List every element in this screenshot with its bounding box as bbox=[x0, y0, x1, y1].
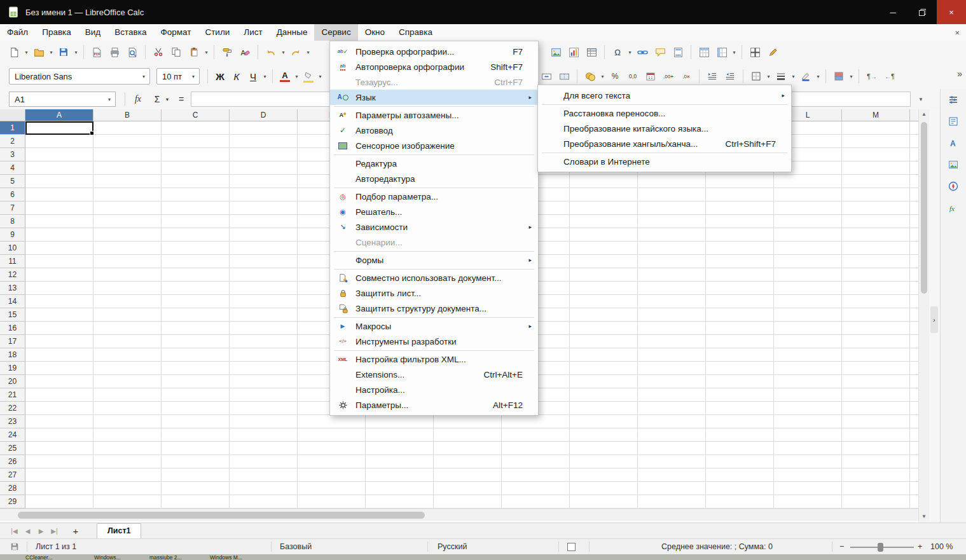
border-color-button[interactable] bbox=[797, 67, 814, 85]
row-header-26[interactable]: 26 bbox=[0, 455, 25, 468]
export-pdf-button[interactable]: PDF bbox=[88, 43, 105, 61]
copy-button[interactable] bbox=[168, 43, 184, 61]
fill-handle[interactable] bbox=[90, 131, 94, 135]
column-header-M[interactable]: M bbox=[842, 109, 910, 121]
freeze-cells-button[interactable] bbox=[714, 43, 730, 61]
menu-item-forms[interactable]: Формы▸ bbox=[330, 252, 538, 268]
close-document-button[interactable]: × bbox=[955, 28, 960, 38]
row-header-5[interactable]: 5 bbox=[0, 175, 25, 188]
chevron-down-icon[interactable]: ▾ bbox=[188, 74, 199, 79]
font-size-combobox[interactable]: 10 пт ▾ bbox=[156, 68, 200, 85]
row-header-28[interactable]: 28 bbox=[0, 482, 25, 495]
border-color-dropdown[interactable]: ▾ bbox=[815, 67, 822, 85]
previous-sheet-button[interactable]: ◀ bbox=[21, 528, 34, 535]
borders-button[interactable] bbox=[748, 67, 764, 85]
zoom-in-button[interactable]: + bbox=[918, 539, 922, 554]
menu-item-goal-seek[interactable]: ◎Подбор параметра... bbox=[330, 189, 538, 204]
maximize-restore-button[interactable] bbox=[907, 0, 937, 24]
menu-item-scenarios[interactable]: Сценарии... bbox=[330, 235, 538, 250]
navigator-button[interactable] bbox=[944, 178, 963, 197]
freeze-rows-columns-button[interactable] bbox=[696, 43, 712, 61]
last-sheet-button[interactable]: ▶| bbox=[48, 528, 61, 535]
row-header-25[interactable]: 25 bbox=[0, 442, 25, 455]
menu-item-extensions[interactable]: Extensions...Ctrl+Alt+E bbox=[330, 367, 538, 382]
show-draw-functions-button[interactable] bbox=[764, 43, 781, 61]
menu-item-thesaurus[interactable]: Тезаурус...Ctrl+F7 bbox=[330, 74, 538, 90]
column-header-C[interactable]: C bbox=[162, 109, 230, 121]
menubar-item-help[interactable]: Справка bbox=[392, 24, 439, 41]
row-header-12[interactable]: 12 bbox=[0, 268, 25, 282]
menubar-item-tools[interactable]: Сервис bbox=[314, 24, 357, 41]
row-header-20[interactable]: 20 bbox=[0, 375, 25, 388]
row-header-10[interactable]: 10 bbox=[0, 242, 25, 255]
menu-item-for-all-text[interactable]: Для всего текста▸ bbox=[538, 88, 791, 103]
row-header-22[interactable]: 22 bbox=[0, 402, 25, 415]
redo-button[interactable] bbox=[287, 43, 304, 61]
menu-item-protect-document-structure[interactable]: Защитить структуру документа... bbox=[330, 301, 538, 316]
open-file-button[interactable] bbox=[31, 43, 47, 61]
chevron-down-icon[interactable]: ▾ bbox=[104, 97, 115, 102]
sidebar-hide-handle[interactable]: › bbox=[930, 306, 938, 333]
vertical-scrollbar[interactable]: ▲ ▼ bbox=[918, 109, 929, 521]
row-header-14[interactable]: 14 bbox=[0, 295, 25, 308]
properties-button[interactable] bbox=[944, 113, 963, 132]
menubar-item-edit[interactable]: Правка bbox=[35, 24, 78, 41]
split-window-button[interactable] bbox=[747, 43, 763, 61]
font-name-combobox[interactable]: Liberation Sans ▾ bbox=[9, 68, 150, 85]
formula-button[interactable]: = bbox=[173, 92, 190, 107]
format-ltr-button[interactable]: ¶→ bbox=[864, 67, 880, 85]
row-header-23[interactable]: 23 bbox=[0, 415, 25, 428]
column-header-D[interactable]: D bbox=[230, 109, 298, 121]
document-modified-icon[interactable] bbox=[10, 539, 19, 554]
menu-item-share-document[interactable]: Совместно использовать документ... bbox=[330, 270, 538, 285]
menu-item-spellcheck[interactable]: ab✓Проверка орфографии...F7 bbox=[330, 44, 538, 59]
sidebar-settings-button[interactable] bbox=[944, 92, 963, 111]
menubar-item-view[interactable]: Вид bbox=[78, 24, 107, 41]
scroll-down-icon[interactable]: ▼ bbox=[919, 514, 929, 519]
row-header-17[interactable]: 17 bbox=[0, 335, 25, 348]
name-box[interactable]: A1 ▾ bbox=[9, 92, 116, 107]
row-header-16[interactable]: 16 bbox=[0, 322, 25, 335]
insert-image-button[interactable] bbox=[548, 43, 564, 61]
row-header-13[interactable]: 13 bbox=[0, 282, 25, 295]
styles-button[interactable]: A bbox=[944, 135, 963, 154]
paste-button[interactable] bbox=[186, 43, 202, 61]
border-style-button[interactable] bbox=[773, 67, 789, 85]
menu-item-autoinput[interactable]: ✓Автоввод bbox=[330, 123, 538, 138]
row-header-9[interactable]: 9 bbox=[0, 228, 25, 242]
delete-decimal-button[interactable]: ,0× bbox=[678, 67, 694, 85]
vertical-scrollbar-thumb[interactable] bbox=[921, 122, 927, 294]
function-wizard-button[interactable]: fx bbox=[130, 92, 146, 107]
format-rtl-button[interactable]: ←¶ bbox=[881, 67, 898, 85]
row-header-15[interactable]: 15 bbox=[0, 308, 25, 322]
underline-button[interactable]: Ч bbox=[245, 68, 261, 85]
menu-item-dictionaries-online[interactable]: Словари в Интернете bbox=[538, 154, 791, 169]
menubar-item-data[interactable]: Данные bbox=[270, 24, 315, 41]
redo-dropdown[interactable]: ▾ bbox=[305, 43, 312, 61]
expand-formula-bar-button[interactable]: ▾ bbox=[914, 92, 927, 107]
menu-item-detective[interactable]: ↘Зависимости▸ bbox=[330, 219, 538, 235]
menubar-item-file[interactable]: Файл bbox=[0, 24, 35, 41]
paste-dropdown[interactable]: ▾ bbox=[203, 43, 210, 61]
toolbar-overflow-button[interactable]: » bbox=[957, 69, 962, 79]
row-header-29[interactable]: 29 bbox=[0, 495, 25, 509]
menu-item-autocorrect-options[interactable]: A*Параметры автозамены... bbox=[330, 107, 538, 123]
menubar-item-sheet[interactable]: Лист bbox=[237, 24, 269, 41]
row-header-3[interactable]: 3 bbox=[0, 148, 25, 161]
cut-button[interactable] bbox=[150, 43, 167, 61]
row-header-8[interactable]: 8 bbox=[0, 215, 25, 228]
column-header-A[interactable]: A bbox=[25, 109, 93, 121]
row-header-24[interactable]: 24 bbox=[0, 428, 25, 442]
undo-dropdown[interactable]: ▾ bbox=[280, 43, 287, 61]
menubar-item-insert[interactable]: Вставка bbox=[107, 24, 153, 41]
highlighting-color-dropdown[interactable]: ▾ bbox=[317, 67, 324, 85]
menu-item-auto-redact[interactable]: Авторедактура bbox=[330, 171, 538, 186]
cell-stats-indicator[interactable]: Среднее значение: ; Сумма: 0 bbox=[661, 539, 773, 554]
format-percent-button[interactable]: % bbox=[607, 67, 623, 85]
menu-item-customize[interactable]: Настройка... bbox=[330, 382, 538, 397]
menu-item-chinese-conversion[interactable]: Преобразование китайского языка... bbox=[538, 121, 791, 136]
insert-hyperlink-button[interactable] bbox=[634, 43, 651, 61]
row-header-11[interactable]: 11 bbox=[0, 255, 25, 268]
menu-item-auto-spellcheck[interactable]: abАвтопроверка орфографииShift+F7 bbox=[330, 59, 538, 74]
borders-dropdown[interactable]: ▾ bbox=[765, 67, 772, 85]
